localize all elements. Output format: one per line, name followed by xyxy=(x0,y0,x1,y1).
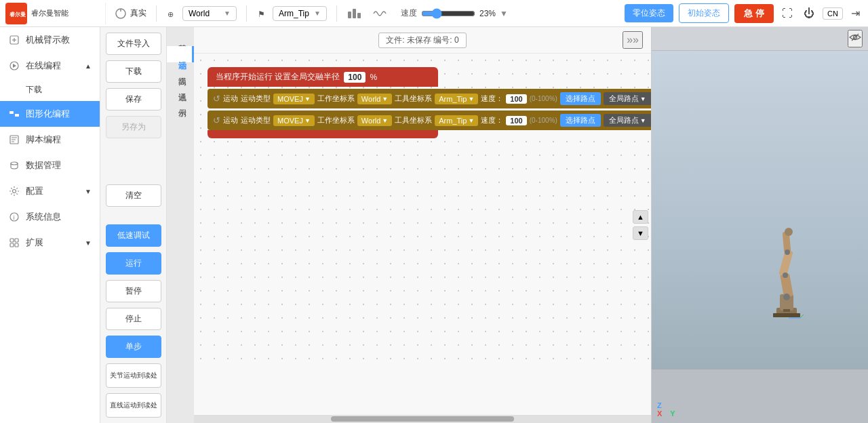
emergency-stop-button[interactable]: 急 停 xyxy=(734,4,774,23)
sidebar-item-block-prog[interactable]: 图形化编程 xyxy=(0,101,100,127)
block-row1-coord[interactable]: World ▼ xyxy=(357,94,392,104)
sidebar-item-robot-teach[interactable]: 机械臂示教 xyxy=(0,27,100,53)
tool-selector[interactable]: ⚑ Arm_Tip ▼ xyxy=(254,5,330,22)
block-row2-select-btn[interactable]: 选择路点 xyxy=(560,114,601,127)
sidebar-label-sysinfo: 系统信息 xyxy=(26,211,61,223)
sidebar-sub-download[interactable]: 下载 xyxy=(0,79,100,101)
coord-selector[interactable]: ⊕ World ▼ xyxy=(163,5,239,22)
save-button[interactable]: 保存 xyxy=(106,88,161,110)
block-header-unit: % xyxy=(370,73,377,82)
block-row-2[interactable]: ↺ 运动 运动类型 MOVEJ ▼ 工作坐标系 World ▼ 工具坐标系 xyxy=(208,110,651,130)
drag-handle-1[interactable]: ↺ xyxy=(213,94,220,104)
tool-dropdown[interactable]: Arm_Tip ▼ xyxy=(273,6,327,21)
block-row1-tool[interactable]: Arm_Tip ▼ xyxy=(435,94,478,104)
logo-text: 睿尔曼智能 xyxy=(31,9,68,18)
block-header-label: 当程序开始运行 设置全局交融半径 xyxy=(216,71,340,83)
import-button[interactable]: 文件导入 xyxy=(106,33,161,55)
svg-point-34 xyxy=(785,228,793,236)
canvas-hscrollbar[interactable] xyxy=(194,415,651,423)
joint-read-button[interactable]: 关节运动到读处 xyxy=(106,363,161,388)
slow-debug-button[interactable]: 低速调试 xyxy=(106,224,161,247)
speed-value[interactable]: 23% xyxy=(479,9,496,18)
divider-2 xyxy=(246,5,247,22)
svg-rect-24 xyxy=(15,239,18,242)
sidebar-item-extend-inner: 扩展 xyxy=(8,237,43,249)
block-row1-coord-label: 工作坐标系 xyxy=(317,94,355,104)
sidebar-item-config[interactable]: 配置 ▼ xyxy=(0,178,100,204)
block-row1-select-btn[interactable]: 选择路点 xyxy=(560,92,601,105)
block-row2-waypoint-btn[interactable]: 全局路点 ▼ xyxy=(604,114,651,127)
3d-viewport[interactable] xyxy=(652,51,868,369)
svg-line-41 xyxy=(800,315,804,318)
pause-button[interactable]: 暂停 xyxy=(106,280,161,302)
data-icon xyxy=(8,159,20,172)
cat-tab-basic[interactable]: 基础 xyxy=(167,30,194,46)
power-button[interactable]: ⏻ xyxy=(801,5,817,22)
visibility-toggle-button[interactable] xyxy=(848,30,863,47)
stop-op-button[interactable]: 停止 xyxy=(106,308,161,330)
config-icon xyxy=(8,185,20,197)
save-as-button[interactable]: 另存为 xyxy=(106,116,161,138)
block-row2-coord[interactable]: World ▼ xyxy=(357,115,392,126)
cat-tab-motion[interactable]: 运动 xyxy=(167,46,194,62)
block-container: 当程序开始运行 设置全局交融半径 100 % ↺ 运动 运动类型 MOVEJ ▼ xyxy=(208,67,651,138)
clear-button[interactable]: 清空 xyxy=(106,184,161,207)
mode-label: 真实 xyxy=(130,7,146,19)
svg-rect-23 xyxy=(10,239,14,242)
speed-slider-wrap[interactable] xyxy=(421,8,475,19)
sidebar-item-online-prog[interactable]: 在线编程 ▲ xyxy=(0,53,100,79)
block-row1-motion-type[interactable]: MOVEJ ▼ xyxy=(273,94,315,104)
download-button[interactable]: 下载 xyxy=(106,60,161,83)
block-row1-waypoint-btn[interactable]: 全局路点 ▼ xyxy=(604,92,651,105)
scroll-up-button[interactable]: ▲ xyxy=(633,210,648,224)
logout-button[interactable]: ⇥ xyxy=(848,4,863,22)
speed-slider[interactable] xyxy=(421,8,475,19)
block-row2-motion-label: 运动类型 xyxy=(241,115,271,125)
collapse-button[interactable]: »» xyxy=(623,31,643,49)
sidebar-item-sysinfo[interactable]: i 系统信息 xyxy=(0,204,100,230)
config-arrow: ▼ xyxy=(85,188,92,195)
sidebar-item-extend[interactable]: 扩展 ▼ xyxy=(0,230,100,256)
block-row1-speed-range: (0-100%) xyxy=(530,95,557,102)
canvas-hscroll-thumb[interactable] xyxy=(331,416,514,422)
run-button[interactable]: 运行 xyxy=(106,252,161,275)
header-right: »» xyxy=(467,31,643,49)
divider-1 xyxy=(156,5,157,22)
block-row2-tool[interactable]: Arm_Tip ▼ xyxy=(435,115,478,126)
drag-handle-2[interactable]: ↺ xyxy=(213,115,220,125)
zero-pose-button[interactable]: 零位姿态 xyxy=(625,4,673,22)
axis-z-label: Z xyxy=(657,401,675,409)
svg-text:⚑: ⚑ xyxy=(258,9,265,19)
axis-y-label: Y xyxy=(670,409,675,418)
sidebar-item-script[interactable]: 脚本编程 xyxy=(0,127,100,153)
speed-dropdown-arrow[interactable]: ▼ xyxy=(500,9,508,18)
sidebar-item-data[interactable]: 数据管理 xyxy=(0,153,100,178)
canvas-area: 文件: 未保存 编号: 0 »» ▲ ▼ 当程序开始运行 设置全局交融半径 10… xyxy=(194,27,651,423)
sidebar: 机械臂示教 在线编程 ▲ 下载 图形化编程 脚本编程 xyxy=(0,27,100,423)
svg-point-36 xyxy=(783,273,788,278)
scroll-down-button[interactable]: ▼ xyxy=(633,226,648,240)
world-label: World xyxy=(189,9,210,18)
step-button[interactable]: 单步 xyxy=(106,336,161,358)
cat-tab-advanced[interactable]: 高级 xyxy=(167,62,194,79)
block-header[interactable]: 当程序开始运行 设置全局交融半径 100 % xyxy=(208,67,438,87)
svg-rect-38 xyxy=(773,313,800,317)
world-dropdown[interactable]: World ▼ xyxy=(182,6,237,21)
cat-tab-comm[interactable]: 通讯 xyxy=(167,79,194,95)
cat-tab-example[interactable]: 示例 xyxy=(167,95,194,111)
world-arrow: ▼ xyxy=(224,9,231,17)
fullscreen-button[interactable]: ⛶ xyxy=(779,5,795,22)
tool-label: Arm_Tip xyxy=(279,9,309,18)
language-selector[interactable]: CN xyxy=(823,7,843,20)
block-row2-speed-label: 速度： xyxy=(481,115,503,125)
svg-rect-26 xyxy=(15,243,18,247)
canvas-scroll[interactable]: 当程序开始运行 设置全局交融半径 100 % ↺ 运动 运动类型 MOVEJ ▼ xyxy=(194,54,651,415)
mode-selector[interactable]: 真实 xyxy=(111,5,149,22)
line-read-button[interactable]: 直线运动到读处 xyxy=(106,393,161,418)
init-pose-button[interactable]: 初始姿态 xyxy=(679,3,729,23)
block-icon xyxy=(8,108,20,120)
block-row-1[interactable]: ↺ 运动 运动类型 MOVEJ ▼ 工作坐标系 World ▼ 工具坐标系 xyxy=(208,89,651,108)
sidebar-label-block: 图形化编程 xyxy=(26,108,70,120)
block-row2-motion-type[interactable]: MOVEJ ▼ xyxy=(273,115,315,126)
category-tabs: 基础 运动 高级 通讯 示例 xyxy=(167,27,194,423)
